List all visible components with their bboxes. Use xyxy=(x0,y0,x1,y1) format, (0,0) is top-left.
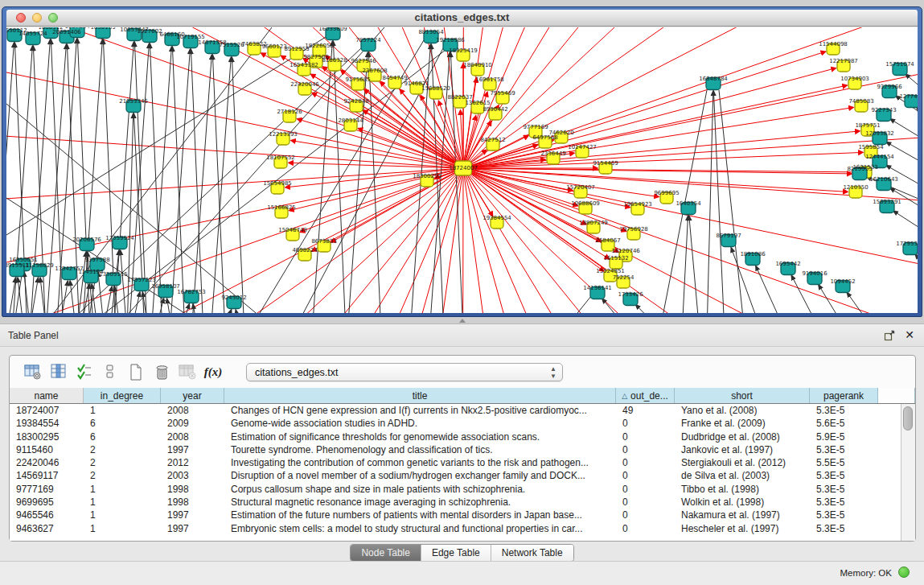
column-header-title[interactable]: title xyxy=(224,388,616,403)
graph-node-label: 17295313 xyxy=(896,241,918,247)
table-cell: Wolkin et al. (1998) xyxy=(675,496,810,509)
new-column-icon[interactable] xyxy=(125,361,146,382)
table-body: 1872400712008Changes of HCN gene express… xyxy=(10,404,901,541)
column-header-out-de-[interactable]: △out_de... xyxy=(616,388,675,403)
table-toolbar: f(x)citations_edges.txt▲▼ xyxy=(10,356,915,388)
graph-node-label: 18325419 xyxy=(449,47,478,54)
table-cell: 5.3E-5 xyxy=(810,522,878,535)
graph-node-label: 9827546 xyxy=(351,58,376,64)
column-header-in-degree[interactable]: in_degree xyxy=(84,388,161,403)
graph-node-label: 15693291 xyxy=(873,199,901,205)
graph-node-label: 15751074 xyxy=(885,61,914,68)
table-cell: 2003 xyxy=(161,469,224,482)
window-titlebar[interactable]: citations_edges.txt xyxy=(6,10,918,27)
table-mode-icon[interactable] xyxy=(23,361,43,382)
graph-node-label: 752254 xyxy=(613,274,634,281)
graph-node-label: 11544098 xyxy=(819,41,848,47)
graph-node-label: 1875751 xyxy=(855,122,880,129)
table-cell: Genome-wide association studies in ADHD. xyxy=(224,417,616,430)
graph-node-label: 16648784 xyxy=(699,76,728,82)
table-cell: 49 xyxy=(616,404,675,417)
table-row[interactable]: 946554611997Estimation of the future num… xyxy=(10,509,901,521)
select-columns-icon[interactable] xyxy=(74,361,95,382)
graph-node-label: 10734903 xyxy=(840,76,869,82)
scrollbar-thumb[interactable] xyxy=(903,406,913,431)
table-cell: 2009 xyxy=(161,417,224,430)
table-row[interactable]: 2242004622012Investigating the contribut… xyxy=(10,456,901,469)
table-cell: 1997 xyxy=(161,443,224,456)
vertical-scrollbar[interactable] xyxy=(901,404,915,541)
table-cell: 18300295 xyxy=(10,431,84,443)
graph-node-label: 1094452 xyxy=(830,278,855,285)
table-row[interactable]: 969969511998Structural magnetic resonanc… xyxy=(10,496,901,509)
memory-status-icon xyxy=(898,566,910,578)
graph-node-label: 17957223 xyxy=(127,277,156,283)
table-cell: 22420046 xyxy=(10,456,84,469)
row-options-icon[interactable] xyxy=(100,361,121,382)
delete-table-icon[interactable] xyxy=(177,361,198,382)
table-cell: 1 xyxy=(84,522,161,535)
graph-node-label: 9699695 xyxy=(654,190,679,196)
close-traffic-light-icon[interactable] xyxy=(16,13,26,23)
delete-column-icon[interactable] xyxy=(151,361,172,382)
network-canvas[interactable]: 9660123891295518226058982750816543382818… xyxy=(6,27,918,313)
table-cell: 9463627 xyxy=(10,522,84,535)
graph-node-label: 1891086 xyxy=(740,251,766,257)
table-row[interactable]: 911546021997Tourette syndrome. Phenomeno… xyxy=(10,443,901,456)
graph-node-label: 1733426 xyxy=(618,291,643,298)
table-row[interactable]: 977716911998Corpus callosum shape and si… xyxy=(10,483,901,496)
graph-node-label: 8186328 xyxy=(322,57,347,64)
table-row[interactable]: 1830029562008Estimation of significance … xyxy=(10,431,901,443)
graph-node-label: 7955469 xyxy=(490,90,515,97)
graph-node-label: 1595854 xyxy=(858,144,884,150)
table-row[interactable]: 1872400712008Changes of HCN gene express… xyxy=(10,404,901,417)
graph-node-label: 15688520 xyxy=(421,85,450,92)
table-cell: 1 xyxy=(84,509,161,521)
memory-status-label: Memory: OK xyxy=(840,568,892,578)
table-cell: 0 xyxy=(616,469,675,482)
table-row[interactable]: 1938455462009Genome-wide association stu… xyxy=(10,417,901,430)
table-row[interactable]: 1456911722003Disruption of a novel membe… xyxy=(10,469,901,482)
table-cell: 18724007 xyxy=(10,404,84,417)
column-header-name[interactable]: name xyxy=(10,388,84,403)
graph-node-label: 9777169 xyxy=(523,124,548,130)
table-cell: Tibbo et al. (1998) xyxy=(675,483,810,496)
graph-node-label: 12093832 xyxy=(865,130,894,137)
close-panel-icon[interactable]: ✕ xyxy=(905,328,914,341)
graph-node-label: 7463822 xyxy=(241,41,266,47)
zoom-traffic-light-icon[interactable] xyxy=(48,13,58,23)
graph-node-label: 1615132 xyxy=(603,255,628,262)
table-selector-dropdown[interactable]: citations_edges.txt▲▼ xyxy=(246,363,563,381)
tab-edge-table[interactable]: Edge Table xyxy=(421,545,491,561)
table-cell: 2 xyxy=(84,456,161,469)
table-cell: Jankovic et al. (1997) xyxy=(675,443,810,456)
graph-node-label: 11156829 xyxy=(25,262,54,269)
table-cell: 0 xyxy=(616,456,675,469)
table-cell: 9465546 xyxy=(10,509,84,521)
graph-node-label: 18226058 xyxy=(305,43,334,49)
graph-node-label: 16543382 xyxy=(290,62,318,68)
table-cell: 0 xyxy=(616,417,675,430)
graph-node-label: 9175685 xyxy=(345,76,370,83)
column-header-year[interactable]: year xyxy=(161,388,224,403)
tab-network-table[interactable]: Network Table xyxy=(491,545,573,561)
minimize-traffic-light-icon[interactable] xyxy=(32,13,42,23)
float-panel-icon[interactable] xyxy=(884,330,895,341)
graph-node-label: 9329966 xyxy=(877,84,902,90)
table-cell: Hescheler et al. (1997) xyxy=(675,522,810,535)
graph-node-label: 2803144 xyxy=(338,117,363,124)
tab-node-table[interactable]: Node Table xyxy=(351,545,421,561)
table-header-row: namein_degreeyeartitle△out_de...shortpag… xyxy=(10,388,915,404)
graph-node-label: 1210350 xyxy=(843,184,868,191)
panel-splitter[interactable] xyxy=(0,317,924,323)
column-header-pagerank[interactable]: pagerank xyxy=(810,388,878,403)
graph-node-label: 9242848 xyxy=(343,98,368,105)
table-row[interactable]: 946362711997Embryonic stem cells: a mode… xyxy=(10,522,901,535)
splitter-grip-icon[interactable] xyxy=(459,319,466,323)
function-builder-icon[interactable]: f(x) xyxy=(203,361,224,382)
column-header-short[interactable]: short xyxy=(675,388,810,403)
show-columns-icon[interactable] xyxy=(48,361,69,382)
dropdown-arrows-icon: ▲▼ xyxy=(550,365,556,380)
graph-node-label: 9245012 xyxy=(221,295,246,301)
graph-node-label: 18640910 xyxy=(463,62,492,68)
